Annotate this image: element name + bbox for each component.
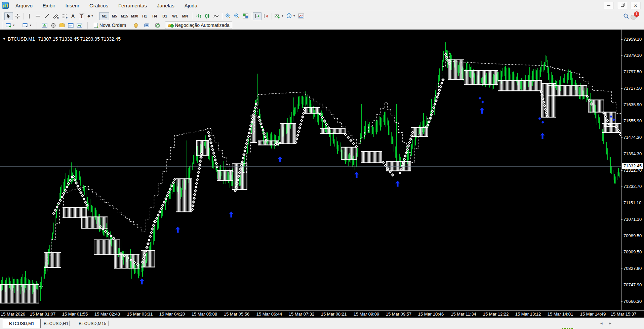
- line-chart-mode-button[interactable]: [212, 12, 220, 20]
- toolbar-grip[interactable]: [1, 22, 3, 29]
- diamond-marker: [436, 95, 439, 99]
- menu-ferramentas[interactable]: Ferramentas: [114, 1, 151, 10]
- price-tick-label: 70666.30: [623, 299, 642, 304]
- notifications-button[interactable]: 1: [631, 12, 639, 20]
- templates-button[interactable]: [297, 12, 306, 20]
- timeframe-h1-button[interactable]: H1: [139, 12, 150, 20]
- website-button[interactable]: [153, 22, 162, 29]
- tab-scroll-left-button[interactable]: ◂: [600, 321, 603, 326]
- periods-button[interactable]: ▼: [285, 12, 297, 20]
- candlestick-mode-button[interactable]: [203, 12, 212, 20]
- tile-windows-button[interactable]: [241, 12, 250, 20]
- cursor-tool-button[interactable]: [4, 12, 13, 20]
- chart-plot[interactable]: ▼BTCUSD,M171307.15 71332.45 71299.95 713…: [0, 30, 621, 310]
- diamond-marker: [619, 133, 621, 136]
- autotrading-button[interactable]: Negociação Automatizada: [165, 22, 232, 29]
- chart-dropdown-icon[interactable]: ▼: [3, 37, 6, 41]
- time-tick-label: 15 Mar 2026: [1, 312, 25, 317]
- market-watch-button[interactable]: [40, 22, 49, 29]
- text-tool-button[interactable]: A: [69, 12, 77, 20]
- tab-scroll-right-button[interactable]: ▸: [609, 321, 611, 326]
- metaeditor-button[interactable]: [131, 22, 140, 29]
- diamond-marker: [440, 82, 444, 85]
- menu-exibir[interactable]: Exibir: [39, 1, 59, 10]
- indicator-band: [361, 152, 382, 163]
- timeframe-mn-button[interactable]: MN: [180, 12, 190, 20]
- buy-arrow-icon: [175, 227, 180, 233]
- diamond-marker: [198, 167, 201, 170]
- time-tick-label: 15 Mar 12:22: [483, 312, 509, 317]
- tab-btcusd-m1[interactable]: BTCUSD,M1: [3, 319, 41, 328]
- buy-arrow-icon: [229, 211, 234, 217]
- web-spiral-icon: [155, 23, 160, 28]
- fibonacci-tool-button[interactable]: F: [60, 12, 69, 20]
- indicator-band: [386, 161, 411, 171]
- toolbar-grip[interactable]: [191, 13, 193, 19]
- shapes-tool-button[interactable]: ◆▼: [86, 12, 95, 20]
- indicator-band: [176, 179, 192, 212]
- vertical-line-tool-button[interactable]: [25, 12, 34, 20]
- new-order-button[interactable]: Nova Ordem: [91, 22, 129, 29]
- time-tick-label: 15 Mar 05:56: [224, 312, 250, 317]
- diamond-marker: [193, 193, 197, 196]
- menu-ajuda[interactable]: Ajuda: [180, 1, 201, 10]
- metaeditor-icon: [134, 22, 138, 28]
- text-label-tool-button[interactable]: T: [77, 12, 86, 20]
- buy-arrow-icon: [395, 180, 400, 187]
- history-center-button[interactable]: [58, 22, 67, 29]
- crosshair-tool-button[interactable]: [13, 12, 22, 20]
- diamond-marker: [254, 102, 258, 106]
- indicator-band: [588, 100, 604, 112]
- terminal-button[interactable]: [67, 22, 75, 29]
- time-axis[interactable]: 15 Mar 202615 Mar 01:0715 Mar 01:5515 Ma…: [0, 310, 644, 318]
- maximize-button[interactable]: [617, 2, 627, 9]
- search-button[interactable]: [622, 12, 631, 20]
- timeframe-d1-button[interactable]: D1: [160, 12, 170, 20]
- timeframe-m15-button[interactable]: M15: [119, 12, 129, 20]
- timeframe-m30-button[interactable]: M30: [129, 12, 139, 20]
- close-button[interactable]: ×: [631, 2, 641, 9]
- horizontal-line-tool-button[interactable]: [34, 12, 42, 20]
- diamond-marker: [407, 144, 410, 148]
- timeframe-h4-button[interactable]: H4: [150, 12, 160, 20]
- price-tick-label: 71717.50: [623, 86, 642, 91]
- zoom-in-button[interactable]: [224, 12, 232, 20]
- navigator-button[interactable]: [49, 22, 58, 29]
- bar-chart-mode-button[interactable]: [194, 12, 203, 20]
- channel-tool-button[interactable]: E: [51, 12, 60, 20]
- timeframe-w1-button[interactable]: W1: [170, 12, 180, 20]
- profiles-button[interactable]: ▼: [21, 22, 33, 29]
- window-controls: ×: [604, 2, 644, 9]
- chart-canvas[interactable]: [0, 30, 621, 310]
- diamond-marker: [297, 130, 300, 133]
- line-chart-icon: [213, 13, 219, 19]
- timeframe-m1-button[interactable]: M1: [99, 12, 109, 20]
- diamond-marker: [76, 184, 80, 188]
- timeframe-m5-button[interactable]: M5: [109, 12, 119, 20]
- menu-arquivo[interactable]: Arquivo: [11, 1, 37, 10]
- auto-scroll-button[interactable]: [253, 12, 261, 20]
- time-tick-label: 15 Mar 03:31: [127, 312, 153, 317]
- zoom-out-button[interactable]: [232, 12, 241, 20]
- community-button[interactable]: [142, 22, 151, 29]
- tab-btcusd-m15[interactable]: BTCUSD,M15: [73, 319, 112, 328]
- menu-inserir[interactable]: Inserir: [61, 1, 83, 10]
- price-tick-label: 71474.30: [623, 135, 642, 140]
- diamond-marker: [107, 232, 110, 235]
- price-tick-label: 70747.90: [623, 282, 642, 287]
- diamond-marker: [398, 171, 402, 175]
- strategy-tester-button[interactable]: [75, 22, 84, 29]
- diamond-marker: [149, 235, 152, 238]
- toolbar-grip[interactable]: [96, 13, 98, 19]
- indicator-band: [81, 217, 108, 228]
- trendline-tool-button[interactable]: [42, 12, 51, 20]
- zoom-in-icon: [225, 13, 231, 19]
- menu-graficos[interactable]: Gráficos: [85, 1, 112, 10]
- price-axis[interactable]: 71959.1071879.1071797.5071717.5071635.90…: [621, 30, 644, 318]
- minimize-button[interactable]: [604, 2, 614, 9]
- toolbar-grip[interactable]: [1, 13, 3, 19]
- menu-janelas[interactable]: Janelas: [153, 1, 178, 10]
- chart-shift-button[interactable]: [261, 12, 270, 20]
- indicators-button[interactable]: ▼: [273, 12, 285, 20]
- new-chart-button[interactable]: ▼: [4, 22, 16, 29]
